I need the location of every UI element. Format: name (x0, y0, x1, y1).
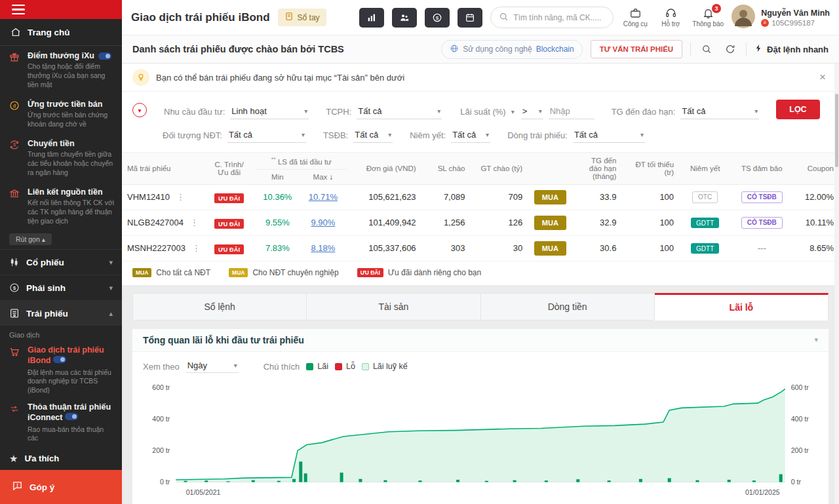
table-row[interactable]: NLGB2427004⋮ ƯU ĐÃI 9.55% 9.90% 101,409,… (122, 210, 839, 235)
sidebar-group-derivatives[interactable]: $ Phái sinh ▾ (0, 275, 122, 300)
svg-text:đ: đ (13, 103, 16, 109)
bond-price: 101,409,942 (347, 210, 421, 235)
rate-max-link[interactable]: 8.18% (311, 243, 335, 253)
sort-desc-icon[interactable]: ↓ (329, 173, 333, 181)
page-title: Giao dịch trái phiếu iBond (131, 11, 270, 24)
col-header-coupon[interactable]: Coupon (792, 153, 839, 184)
bond-table: Mã trái phiếu C. Trình/Ưu đãi ** LS đã t… (122, 153, 839, 262)
col-header-value[interactable]: GT chào (tỷ) (470, 153, 528, 184)
chevron-down-icon[interactable]: ▾ (814, 336, 818, 344)
col-header-listing[interactable]: Niêm yết (679, 153, 731, 184)
blockchain-chip[interactable]: Sử dụng công nghệ Blockchain (441, 40, 582, 59)
close-icon[interactable]: × (817, 71, 829, 84)
sidebar-item-home[interactable]: Trang chủ (0, 19, 122, 46)
market-data-icon-button[interactable] (359, 8, 384, 28)
collapse-filters-button[interactable]: ▾ (132, 103, 147, 117)
bond-maturity: 32.9 (573, 210, 622, 235)
tab-assets[interactable]: Tài sản (307, 293, 480, 320)
table-row[interactable]: VHM12410⋮ ƯU ĐÃI 10.36% 10.71% 105,621,6… (122, 184, 839, 210)
col-header-qty[interactable]: SL chào (421, 153, 471, 184)
buy-button[interactable]: MUA (534, 241, 566, 256)
col-header-code[interactable]: Mã trái phiếu (122, 153, 203, 184)
sidebar-item-cash-advance[interactable]: đ Ứng trước tiền bán Ứng trước tiền bán … (0, 94, 122, 134)
interest-rate-input[interactable] (549, 106, 595, 119)
apply-filter-button[interactable]: LỌC (776, 100, 819, 119)
notebook-icon (284, 12, 294, 23)
sidebar-item-favorites[interactable]: ★ Ưa thích (0, 447, 122, 470)
chevron-down-icon: ▾ (486, 131, 489, 138)
user-menu[interactable]: Nguyễn Văn Minh ≡105C995187 (732, 5, 830, 30)
svg-text:600 tr: 600 tr (152, 383, 170, 391)
sidebar-group-stocks[interactable]: Cổ phiếu ▾ (0, 249, 122, 275)
sidebar-item-ixu-rewards[interactable]: Điểm thưởng iXu Cho tặng hoặc đổi điểm t… (0, 46, 122, 94)
sidebar-group-bonds[interactable]: Trái phiếu ▴ (0, 300, 122, 326)
refresh-icon-button[interactable] (722, 41, 738, 57)
issuer-select[interactable]: Tất cả▾ (357, 106, 442, 119)
bond-advice-button[interactable]: TƯ VẤN TRÁI PHIẾU (591, 40, 682, 58)
row-menu-icon[interactable]: ⋮ (192, 243, 201, 253)
bond-line-select[interactable]: Tất cả▾ (573, 130, 645, 143)
sidebar-collapse-button[interactable]: Rút gọn ▴ (9, 233, 52, 245)
filter-investor-type: Đối tượng NĐT: Tất cả▾ (163, 130, 306, 143)
sidebar-item-bank-link[interactable]: Liên kết nguồn tiền Kết nối liên thông T… (0, 182, 122, 231)
search-icon-button[interactable] (699, 41, 714, 57)
collateral-select[interactable]: Tất cả▾ (353, 130, 393, 143)
scrollbar-thumb[interactable] (835, 94, 838, 167)
hamburger-menu-button[interactable] (0, 0, 122, 19)
row-menu-icon[interactable]: ⋮ (190, 218, 199, 227)
feedback-label: Góp ý (29, 482, 54, 492)
portfolio-tabs: Sổ lệnh Tài sản Dòng tiền Lãi lỗ (132, 293, 829, 320)
tab-cash-flow[interactable]: Dòng tiền (481, 293, 655, 320)
feedback-button[interactable]: Góp ý (0, 470, 122, 504)
rate-max-link[interactable]: 9.90% (311, 218, 335, 227)
support-button[interactable]: Hỗ trợ (657, 7, 684, 28)
listing-select[interactable]: Tất cả▾ (451, 130, 490, 143)
scrollbar[interactable] (834, 64, 839, 504)
row-menu-icon[interactable]: ⋮ (176, 192, 185, 202)
col-header-min-invest[interactable]: ĐT tối thiểu (tr) (621, 153, 679, 184)
sidebar-item-iconnect[interactable]: Thỏa thuận trái phiếu iConnect Rao mua-b… (0, 398, 122, 447)
notebook-button[interactable]: Sổ tay (278, 9, 326, 26)
view-by-select[interactable]: Ngày▾ (186, 360, 239, 373)
blockchain-word: Blockchain (536, 45, 574, 54)
sidebar-item-label: Điểm thưởng iXu (28, 51, 94, 60)
buy-button[interactable]: MUA (534, 216, 566, 230)
global-search[interactable] (490, 7, 614, 28)
gift-icon (9, 51, 21, 89)
finance-icon-button[interactable]: $ (425, 8, 450, 28)
notifications-button[interactable]: 3 Thông báo (692, 7, 724, 28)
investment-need-select[interactable]: Linh hoạt▾ (230, 106, 309, 119)
search-input[interactable] (513, 13, 605, 22)
sidebar-item-ibond-trading[interactable]: Giao dịch trái phiếu iBond Đặt lệnh mua … (0, 341, 122, 398)
svg-text:400 tr: 400 tr (791, 415, 809, 423)
events-icon-button[interactable] (458, 8, 482, 28)
community-icon-button[interactable] (392, 8, 417, 28)
col-header-collateral[interactable]: TS đảm bảo (731, 153, 792, 184)
sidebar-item-money-transfer[interactable]: $ Chuyển tiền Trung tâm chuyển tiền giữa… (0, 134, 122, 182)
table-row[interactable]: MSNH2227003⋮ ƯU ĐÃI 7.83% 8.18% 105,337,… (122, 235, 839, 261)
tab-pnl[interactable]: Lãi lỗ (655, 293, 829, 320)
bond-min-invest: 100 (621, 184, 679, 210)
mua-pro-badge: MUA (229, 268, 248, 277)
pnl-chart[interactable]: 0 tr0 tr200 tr200 tr400 tr400 tr600 tr60… (132, 376, 829, 504)
tools-button[interactable]: Công cụ (621, 7, 649, 28)
col-header-price[interactable]: Đơn giá (VND) (347, 153, 421, 184)
bank-icon (9, 187, 21, 225)
rate-max-link[interactable]: 10.71% (309, 192, 338, 202)
pnl-overview-header[interactable]: Tổng quan lãi lỗ khi đầu tư trái phiếu ▾ (132, 329, 829, 352)
collateral-badge: CÓ TSĐB (741, 217, 783, 229)
col-header-min[interactable]: Min (256, 169, 299, 184)
tab-order-book[interactable]: Sổ lệnh (132, 293, 307, 320)
col-header-maturity[interactable]: TG đến đáo hạn (tháng) (573, 153, 622, 184)
col-header-program[interactable]: C. Trình/Ưu đãi (203, 153, 256, 184)
quick-order-button[interactable]: Đặt lệnh nhanh (754, 43, 829, 55)
maturity-select[interactable]: Tất cả▾ (680, 106, 759, 119)
col-header-max[interactable]: Max ↓ (300, 169, 347, 184)
listing-header: Danh sách trái phiếu được chào bán bởi T… (122, 35, 839, 64)
interest-rate-select[interactable]: Lãi suất (%)▾ (459, 107, 515, 119)
investor-type-select[interactable]: Tất cả▾ (227, 130, 306, 143)
avatar (732, 5, 755, 30)
buy-button[interactable]: MUA (534, 190, 566, 204)
operator-select[interactable]: >▾ (521, 106, 543, 119)
user-name: Nguyễn Văn Minh (761, 9, 830, 18)
